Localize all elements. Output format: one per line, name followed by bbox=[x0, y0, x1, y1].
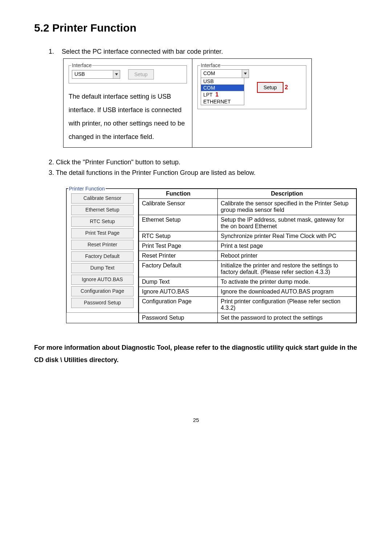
interface-combo-usb[interactable]: USB bbox=[72, 70, 120, 79]
interface-legend: Interface bbox=[200, 62, 221, 68]
desc-cell: Setup the IP address, subnet mask, gatew… bbox=[218, 215, 356, 231]
desc-cell: Ignore the downloaded AUTO.BAS program bbox=[218, 287, 356, 296]
func-cell: Reset Printer bbox=[139, 251, 218, 260]
interface-group-right: Interface COM USB bbox=[197, 65, 306, 109]
func-cell: Factory Default bbox=[139, 260, 218, 277]
ethernet-setup-button[interactable]: Ethernet Setup bbox=[71, 205, 134, 215]
section-title: 5.2 Printer Function bbox=[34, 22, 358, 34]
interface-combo-com[interactable]: COM bbox=[201, 69, 249, 78]
step-1-text: Select the PC interface connected with b… bbox=[62, 48, 223, 56]
step-number: 1. bbox=[49, 48, 57, 56]
chevron-down-icon[interactable] bbox=[113, 70, 120, 78]
table-row: Ignore AUTO.BAS Ignore the downloaded AU… bbox=[139, 287, 356, 296]
func-cell: Password Setup bbox=[139, 313, 218, 323]
desc-cell: Calibrate the sensor specified in the Pr… bbox=[218, 198, 356, 215]
function-description-table: Function Description Calibrate Sensor Ca… bbox=[139, 189, 356, 323]
rtc-setup-button[interactable]: RTC Setup bbox=[71, 217, 134, 227]
chevron-down-icon[interactable] bbox=[242, 70, 249, 78]
func-cell: Ignore AUTO.BAS bbox=[139, 287, 218, 296]
svg-marker-0 bbox=[115, 73, 118, 75]
reset-printer-button[interactable]: Reset Printer bbox=[71, 240, 134, 250]
password-setup-button[interactable]: Password Setup bbox=[71, 298, 134, 308]
printer-function-legend: Printer Function bbox=[68, 186, 106, 192]
page-number: 25 bbox=[34, 417, 358, 423]
combo-value: USB bbox=[72, 70, 113, 78]
table-row: Print Test Page Print a test page bbox=[139, 241, 356, 251]
interface-group-left: Interface USB Setup bbox=[69, 65, 187, 83]
func-cell: Dump Text bbox=[139, 277, 218, 287]
step-3-text: 3. The detail functions in the Printer F… bbox=[49, 169, 358, 177]
func-cell: RTC Setup bbox=[139, 231, 218, 241]
table-header-function: Function bbox=[139, 189, 218, 198]
svg-marker-1 bbox=[244, 73, 247, 75]
ignore-autobas-button[interactable]: Ignore AUTO.BAS bbox=[71, 275, 134, 285]
func-cell: Print Test Page bbox=[139, 241, 218, 251]
interface-dropdown-open[interactable]: USB COM LPT 1 ETHERNET bbox=[201, 78, 244, 105]
configuration-page-button[interactable]: Configuration Page bbox=[71, 286, 134, 296]
function-table-outer: Printer Function Calibrate Sensor Ethern… bbox=[66, 188, 357, 323]
interface-description: The default interface setting is USB int… bbox=[69, 90, 187, 144]
dropdown-option[interactable]: USB bbox=[201, 78, 244, 85]
func-cell: Ethernet Setup bbox=[139, 215, 218, 231]
footer-note: For more information about Diagnostic To… bbox=[34, 341, 358, 366]
interface-legend: Interface bbox=[71, 62, 92, 68]
table-row: Configuration Page Print printer configu… bbox=[139, 296, 356, 313]
desc-cell: Reboot printer bbox=[218, 251, 356, 260]
callout-number-2: 2 bbox=[283, 84, 288, 91]
dropdown-option-label: LPT bbox=[203, 92, 212, 98]
table-row: Password Setup Set the password to prote… bbox=[139, 313, 356, 323]
desc-cell: Print a test page bbox=[218, 241, 356, 251]
table-row: Ethernet Setup Setup the IP address, sub… bbox=[139, 215, 356, 231]
setup-button-disabled: Setup bbox=[128, 69, 154, 79]
dropdown-option[interactable]: ETHERNET bbox=[201, 98, 244, 105]
dump-text-button[interactable]: Dump Text bbox=[71, 263, 134, 273]
table-row: Reset Printer Reboot printer bbox=[139, 251, 356, 260]
setup-button[interactable]: Setup bbox=[257, 82, 283, 93]
table-row: Dump Text To activate the printer dump m… bbox=[139, 277, 356, 287]
combo-value: COM bbox=[201, 70, 242, 78]
desc-cell: To activate the printer dump mode. bbox=[218, 277, 356, 287]
dropdown-option-selected[interactable]: COM bbox=[201, 85, 244, 91]
factory-default-button[interactable]: Factory Default bbox=[71, 251, 134, 262]
desc-cell: Initialize the printer and restore the s… bbox=[218, 260, 356, 277]
step-2-text: 2. Click the "Printer Function" button t… bbox=[49, 159, 358, 166]
desc-cell: Print printer configuration (Please refe… bbox=[218, 296, 356, 313]
table-header-description: Description bbox=[218, 189, 356, 198]
table-row: RTC Setup Synchronize printer Real Time … bbox=[139, 231, 356, 241]
callout-number-1: 1 bbox=[214, 91, 219, 98]
func-cell: Calibrate Sensor bbox=[139, 198, 218, 215]
dropdown-option-label: COM bbox=[203, 85, 215, 91]
table-row: Calibrate Sensor Calibrate the sensor sp… bbox=[139, 198, 356, 215]
dropdown-option[interactable]: LPT 1 bbox=[201, 91, 244, 98]
func-cell: Configuration Page bbox=[139, 296, 218, 313]
interface-example-table: Interface USB Setup The default interfac bbox=[63, 58, 312, 148]
print-test-page-button[interactable]: Print Test Page bbox=[71, 228, 134, 238]
desc-cell: Synchronize printer Real Time Clock with… bbox=[218, 231, 356, 241]
printer-function-panel: Printer Function Calibrate Sensor Ethern… bbox=[66, 189, 138, 313]
desc-cell: Set the password to protect the settings bbox=[218, 313, 356, 323]
table-row: Factory Default Initialize the printer a… bbox=[139, 260, 356, 277]
calibrate-sensor-button[interactable]: Calibrate Sensor bbox=[71, 193, 134, 204]
